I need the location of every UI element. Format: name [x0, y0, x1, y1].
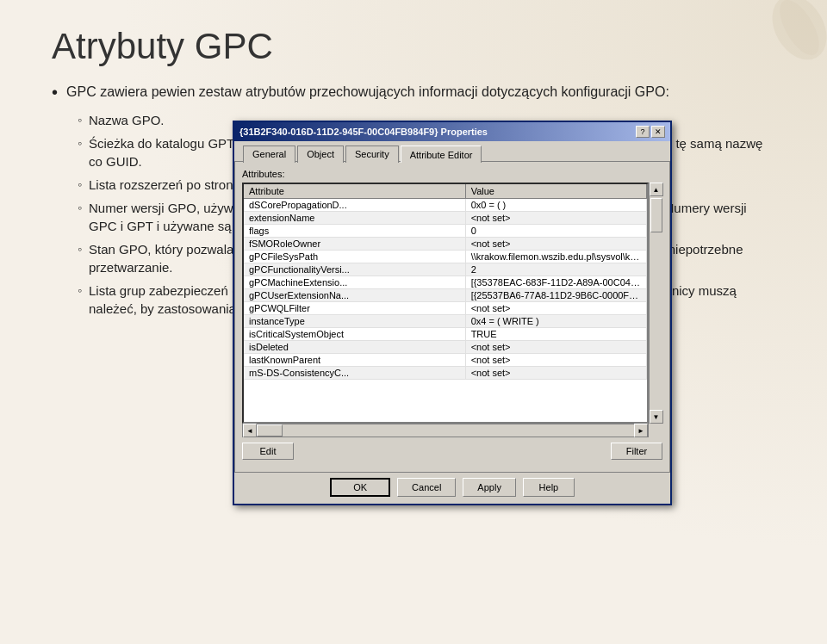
table-row[interactable]: fSMORoleOwner<not set>: [244, 238, 647, 251]
edit-filter-row: Edit Filter: [242, 443, 662, 460]
dialog-window: {31B2F340-016D-11D2-945F-00C04FB984F9} P…: [233, 121, 672, 505]
attributes-label: Attributes:: [242, 169, 662, 179]
tab-bar: General Object Security Attribute Editor: [239, 145, 665, 162]
scroll-down-button[interactable]: ▼: [650, 410, 663, 424]
tab-object[interactable]: Object: [297, 146, 344, 163]
value-cell: [{35378EAC-683F-11D2-A89A-00C04FBBCF...: [465, 276, 646, 289]
value-cell: <not set>: [465, 354, 646, 367]
attributes-table-wrapper: Attribute Value dSCorePropagationD...0x0…: [242, 183, 649, 424]
tab-attribute-editor[interactable]: Attribute Editor: [401, 146, 482, 163]
help-icon-button[interactable]: ?: [636, 126, 650, 138]
col-value: Value: [465, 184, 646, 199]
properties-dialog: {31B2F340-016D-11D2-945F-00C04FB984F9} P…: [233, 121, 672, 505]
table-row[interactable]: isCriticalSystemObjectTRUE: [244, 328, 647, 341]
table-row[interactable]: extensionName<not set>: [244, 212, 647, 225]
vertical-scrollbar[interactable]: ▲ ▼: [649, 183, 662, 424]
attr-cell: lastKnownParent: [244, 354, 465, 367]
table-row[interactable]: gPCWQLFilter<not set>: [244, 302, 647, 315]
scroll-h-thumb[interactable]: [257, 424, 283, 437]
edit-button[interactable]: Edit: [242, 443, 294, 460]
value-cell: 0x4 = ( WRITE ): [465, 315, 646, 328]
filter-button[interactable]: Filter: [611, 443, 662, 460]
scroll-right-button[interactable]: ►: [634, 424, 648, 437]
attr-cell: gPCWQLFilter: [244, 302, 465, 315]
value-cell: <not set>: [465, 302, 646, 315]
attributes-table: Attribute Value dSCorePropagationD...0x0…: [244, 184, 647, 380]
horizontal-scrollbar[interactable]: ◄ ►: [242, 424, 649, 437]
scroll-thumb[interactable]: [650, 198, 662, 232]
dialog-footer: OK Cancel Apply Help: [234, 473, 670, 504]
scroll-up-button[interactable]: ▲: [650, 183, 663, 196]
attr-cell: gPCUserExtensionNa...: [244, 289, 465, 302]
dialog-title: {31B2F340-016D-11D2-945F-00C04FB984F9} P…: [239, 127, 488, 137]
attr-cell: instanceType: [244, 315, 465, 328]
value-cell: 0x0 = ( ): [465, 199, 646, 212]
tab-security[interactable]: Security: [345, 146, 399, 163]
attr-cell: dSCorePropagationD...: [244, 199, 465, 212]
table-row[interactable]: gPCFunctionalityVersi...2: [244, 263, 647, 276]
attr-cell: gPCFileSysPath: [244, 251, 465, 263]
horizontal-scrollbar-wrapper: ◄ ►: [242, 424, 649, 437]
attr-cell: isDeleted: [244, 341, 465, 354]
attr-cell: mS-DS-ConsistencyC...: [244, 367, 465, 380]
scroll-left-button[interactable]: ◄: [243, 424, 257, 437]
dialog-titlebar: {31B2F340-016D-11D2-945F-00C04FB984F9} P…: [234, 122, 670, 141]
table-row[interactable]: instanceType0x4 = ( WRITE ): [244, 315, 647, 328]
table-row[interactable]: mS-DS-ConsistencyC...<not set>: [244, 367, 647, 380]
value-cell: <not set>: [465, 341, 646, 354]
main-bullet-item: GPC zawiera pewien zestaw atrybutów prze…: [52, 84, 775, 102]
table-row[interactable]: isDeleted<not set>: [244, 341, 647, 354]
value-cell: \\krakow.filemon.wszib.edu.pl\sysvol\kra…: [465, 251, 646, 263]
table-row[interactable]: dSCorePropagationD...0x0 = ( ): [244, 199, 647, 212]
slide-title: Atrybuty GPC: [52, 26, 775, 67]
tab-content: Attributes: Attribute Value dSCorePropag…: [234, 161, 670, 473]
help-button[interactable]: Help: [523, 478, 575, 497]
cancel-button[interactable]: Cancel: [397, 478, 456, 497]
table-row[interactable]: lastKnownParent<not set>: [244, 354, 647, 367]
col-attribute: Attribute: [244, 184, 465, 199]
tab-general[interactable]: General: [243, 146, 295, 163]
value-cell: <not set>: [465, 367, 646, 380]
attr-cell: fSMORoleOwner: [244, 238, 465, 251]
ok-button[interactable]: OK: [330, 478, 390, 497]
attr-cell: gPCMachineExtensio...: [244, 276, 465, 289]
value-cell: 0: [465, 225, 646, 238]
table-row[interactable]: gPCMachineExtensio...[{35378EAC-683F-11D…: [244, 276, 647, 289]
attr-cell: gPCFunctionalityVersi...: [244, 263, 465, 276]
value-cell: <not set>: [465, 212, 646, 225]
table-row[interactable]: gPCFileSysPath\\krakow.filemon.wszib.edu…: [244, 251, 647, 263]
table-row[interactable]: gPCUserExtensionNa...[{25537BA6-77A8-11D…: [244, 289, 647, 302]
close-button[interactable]: ✕: [651, 126, 665, 138]
value-cell: 2: [465, 263, 646, 276]
dialog-controls: ? ✕: [636, 126, 665, 138]
attr-cell: extensionName: [244, 212, 465, 225]
value-cell: TRUE: [465, 328, 646, 341]
attr-cell: flags: [244, 225, 465, 238]
apply-button[interactable]: Apply: [463, 478, 516, 497]
value-cell: [{25537BA6-77A8-11D2-9B6C-0000F808086: [465, 289, 646, 302]
value-cell: <not set>: [465, 238, 646, 251]
main-bullet-list: GPC zawiera pewien zestaw atrybutów prze…: [52, 84, 775, 102]
table-row[interactable]: flags0: [244, 225, 647, 238]
attr-cell: isCriticalSystemObject: [244, 328, 465, 341]
